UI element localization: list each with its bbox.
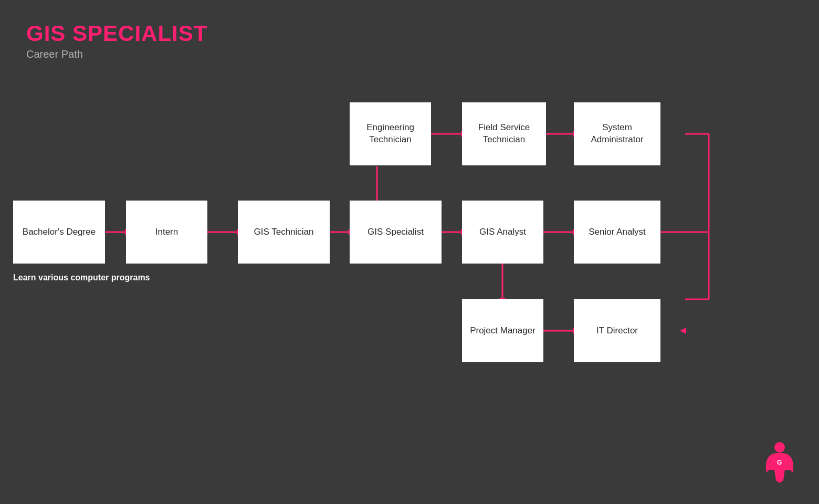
learn-text: Learn various computer programs (13, 273, 150, 282)
node-gis-tech: GIS Technician (238, 201, 330, 264)
svg-text:G: G (777, 459, 782, 466)
svg-point-25 (774, 442, 785, 453)
node-gis-analyst: GIS Analyst (462, 201, 543, 264)
node-intern: Intern (126, 201, 207, 264)
node-sys-admin: System Administrator (574, 102, 660, 165)
svg-marker-23 (680, 328, 686, 334)
node-eng-tech: Engineering Technician (350, 102, 431, 165)
node-senior-analyst: Senior Analyst (574, 201, 660, 264)
header: GIS SPECIALIST Career Path (26, 21, 207, 60)
page-title: GIS SPECIALIST (26, 21, 207, 46)
node-it-director: IT Director (574, 299, 660, 362)
node-gis-specialist: GIS Specialist (350, 201, 442, 264)
page-subtitle: Career Path (26, 48, 207, 60)
node-bachelors: Bachelor's Degree (13, 201, 105, 264)
node-project-manager: Project Manager (462, 299, 543, 362)
node-field-tech: Field Service Technician (462, 102, 546, 165)
mascot-icon: G (761, 441, 798, 488)
